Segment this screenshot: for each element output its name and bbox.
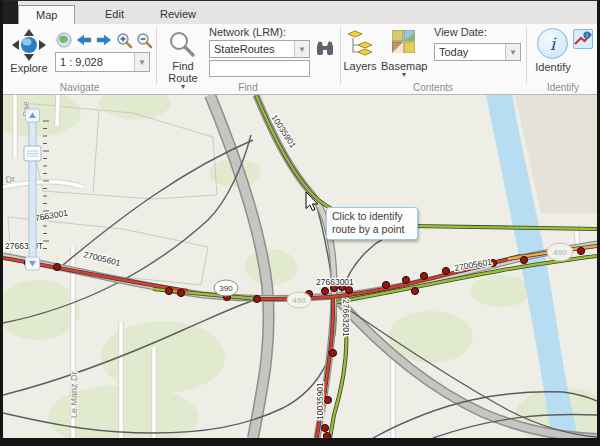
network-lrm-label: Network (LRM): xyxy=(209,26,286,38)
tab-map[interactable]: Map xyxy=(18,5,75,24)
route-label-27663001-center: 27663001 xyxy=(316,277,354,287)
binoculars-icon xyxy=(316,41,334,57)
shield-490-east-label: 490 xyxy=(553,248,567,257)
zoom-in-icon xyxy=(116,32,133,49)
globe-icon xyxy=(56,32,72,48)
tab-edit[interactable]: Edit xyxy=(88,5,141,24)
next-extent-button[interactable] xyxy=(95,31,113,49)
chevron-down-icon[interactable]: ▼ xyxy=(134,53,149,71)
view-date-label: View Date: xyxy=(434,26,487,38)
route-label-27005601-west: 27005601 xyxy=(83,249,122,268)
group-caption-find: Find xyxy=(156,82,340,93)
find-route-icon xyxy=(168,30,196,58)
previous-extent-button[interactable] xyxy=(75,31,93,49)
chevron-down-icon[interactable]: ▼ xyxy=(294,41,309,57)
street-label-le-manz-dr: Le Manz Dr xyxy=(69,371,79,418)
group-separator xyxy=(526,27,527,84)
slider-track[interactable] xyxy=(29,117,36,263)
view-date-value: Today xyxy=(435,46,505,58)
tab-review-label: Review xyxy=(160,8,196,20)
window-corner xyxy=(3,1,18,25)
shield-390-label: 390 xyxy=(219,284,233,293)
identify-button-label: Identify xyxy=(530,61,576,73)
zoom-in-button[interactable] xyxy=(115,31,133,49)
zoom-out-button[interactable] xyxy=(135,31,153,49)
route-value-input[interactable] xyxy=(209,60,310,77)
back-arrow-icon xyxy=(76,33,92,47)
find-route-button[interactable] xyxy=(167,29,197,59)
ribbon: Explore xyxy=(3,24,597,95)
tooltip-line2: route by a point xyxy=(332,223,412,236)
map-tooltip: Click to identify route by a point xyxy=(326,207,418,240)
shield-490-center-label: 490 xyxy=(292,296,306,305)
layers-button[interactable] xyxy=(347,30,373,58)
map-canvas[interactable]: 390 490 490 27663001 2766310T 27005601 2… xyxy=(3,95,597,438)
identify-route-tool-button[interactable]: i xyxy=(573,29,593,49)
explore-icon xyxy=(12,29,46,61)
map-scale-value: 1 : 9,028 xyxy=(56,56,134,68)
network-lrm-value: StateRoutes xyxy=(210,43,294,55)
tooltip-line1: Click to identify xyxy=(332,210,412,223)
map-viewport[interactable]: 390 490 490 27663001 2766310T 27005601 2… xyxy=(3,95,597,438)
group-separator xyxy=(340,27,341,84)
identify-button[interactable]: i xyxy=(537,28,568,59)
map-scale-combobox[interactable]: 1 : 9,028 ▼ xyxy=(55,52,150,72)
tab-review[interactable]: Review xyxy=(143,5,213,24)
forward-arrow-icon xyxy=(96,33,112,47)
find-route-label-line1: Find xyxy=(158,60,208,72)
layers-button-label: Layers xyxy=(339,60,381,72)
basemap-icon xyxy=(392,30,415,53)
tab-edit-label: Edit xyxy=(105,8,124,20)
app-window: Map Edit Review Explore xyxy=(0,0,600,446)
view-date-combobox[interactable]: Today ▼ xyxy=(434,43,521,61)
explore-button-label: Explore xyxy=(5,62,53,74)
tab-map-label: Map xyxy=(36,9,57,21)
street-label-dr: Dr xyxy=(5,174,16,185)
full-extent-button[interactable] xyxy=(55,31,73,49)
chevron-down-icon[interactable]: ▼ xyxy=(505,44,520,60)
route-label-2766310T: 2766310T xyxy=(5,241,43,251)
basemap-button-label: Basemap ▾ xyxy=(381,60,427,78)
route-label-10035901-south: 10035901 xyxy=(315,382,325,420)
ribbon-tabstrip: Map Edit Review xyxy=(3,0,597,24)
identify-icon: i xyxy=(550,34,555,54)
layers-icon xyxy=(347,30,373,58)
find-route-search-button[interactable] xyxy=(315,39,335,59)
group-separator xyxy=(156,27,157,84)
slider-tick-marks xyxy=(43,121,49,249)
group-caption-contents: Contents xyxy=(340,82,526,93)
basemap-button[interactable] xyxy=(391,29,415,53)
group-caption-identify: Identify xyxy=(526,82,600,93)
route-label-27663201: 27663201 xyxy=(341,299,351,337)
explore-button[interactable] xyxy=(9,28,49,62)
group-caption-navigate: Navigate xyxy=(3,82,156,93)
network-lrm-combobox[interactable]: StateRoutes ▼ xyxy=(209,40,310,58)
identify-route-icon: i xyxy=(574,30,592,48)
caret-down-icon: ▾ xyxy=(381,72,427,78)
zoom-out-icon xyxy=(136,32,153,49)
